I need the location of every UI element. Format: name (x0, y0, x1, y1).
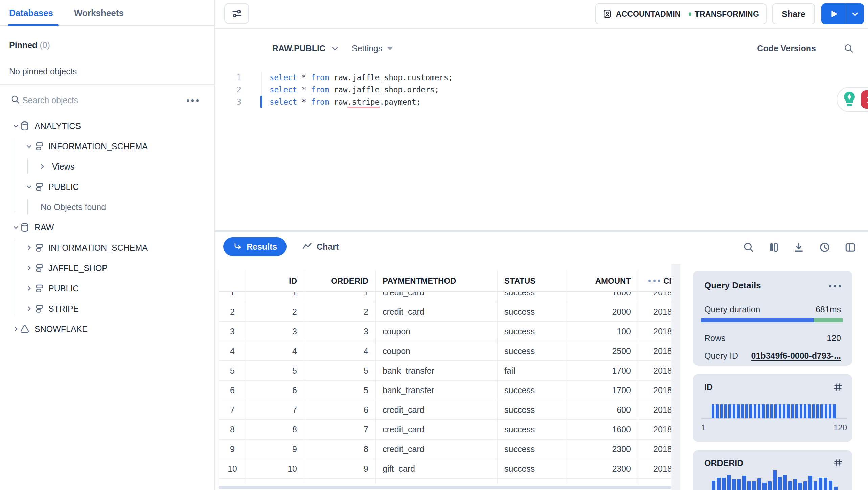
copilot-suggestion-pill[interactable]: 1 (837, 87, 868, 112)
table-cell[interactable]: 2018 (638, 322, 671, 341)
row-number[interactable]: 2 (219, 302, 246, 321)
table-cell[interactable]: 1700 (566, 361, 638, 380)
table-cell[interactable]: 7 (246, 400, 304, 419)
table-cell[interactable]: credit_card (376, 420, 498, 439)
chevron-right-icon[interactable] (25, 243, 33, 252)
chevron-down-icon[interactable] (25, 182, 33, 191)
table-cell[interactable] (304, 479, 376, 484)
row-number[interactable]: 1 (219, 292, 246, 302)
row-number[interactable]: 5 (219, 361, 246, 380)
table-cell[interactable]: 1700 (566, 381, 638, 400)
table-cell[interactable]: success (498, 459, 566, 478)
run-options-segment[interactable] (846, 3, 864, 24)
tree-item-information-schema[interactable]: INFORMATION_SCHEMA (0, 238, 214, 258)
row-number[interactable]: 3 (219, 322, 246, 341)
table-cell[interactable]: success (498, 302, 566, 321)
horizontal-scrollbar[interactable] (219, 486, 671, 489)
table-cell[interactable]: 2018 (638, 302, 671, 321)
table-cell[interactable]: 100 (566, 322, 638, 341)
table-cell[interactable]: 2018 (638, 459, 671, 478)
table-cell[interactable]: 2018 (638, 400, 671, 419)
table-cell[interactable]: 3 (304, 322, 376, 341)
table-cell[interactable]: success (498, 381, 566, 400)
chevron-down-icon[interactable] (12, 121, 20, 130)
settings-dropdown[interactable]: Settings (352, 44, 393, 53)
history-icon[interactable] (819, 241, 831, 255)
table-cell[interactable]: 2500 (566, 341, 638, 360)
column-header-AMOUNT[interactable]: AMOUNT (566, 270, 638, 291)
table-cell[interactable]: 2018 (638, 341, 671, 360)
row-number[interactable]: 9 (219, 440, 246, 459)
table-cell[interactable]: 8 (246, 420, 304, 439)
table-cell[interactable]: success (498, 292, 566, 302)
tab-chart[interactable]: Chart (302, 237, 339, 256)
table-cell[interactable]: 6 (304, 400, 376, 419)
tree-item-information-schema[interactable]: INFORMATION_SCHEMA (0, 136, 214, 156)
column-options-icon[interactable] (648, 280, 660, 282)
table-cell[interactable]: credit_card (376, 302, 498, 321)
query-id-link[interactable]: 01b349f6-0000-d793-... (751, 351, 841, 361)
table-row[interactable]: 333couponsuccess1002018 (219, 322, 671, 341)
table-cell[interactable]: 2018 (638, 361, 671, 380)
table-cell[interactable]: success (498, 341, 566, 360)
share-button[interactable]: Share (772, 3, 815, 24)
chevron-right-icon[interactable] (38, 162, 47, 171)
table-cell[interactable]: credit_card (376, 440, 498, 459)
tree-item-raw[interactable]: RAW (0, 217, 214, 238)
hash-icon[interactable] (833, 458, 843, 469)
chevron-right-icon[interactable] (25, 284, 33, 293)
split-panel-icon[interactable] (844, 241, 856, 255)
table-cell[interactable]: 5 (246, 361, 304, 380)
hash-icon[interactable] (833, 382, 843, 394)
tree-item-views[interactable]: Views (0, 156, 214, 177)
row-number[interactable]: 6 (219, 381, 246, 400)
context-selector[interactable]: ACCOUNTADMIN TRANSFORMING (595, 3, 767, 24)
table-cell[interactable]: 2000 (566, 302, 638, 321)
tree-item-public[interactable]: PUBLIC (0, 177, 214, 197)
code-line-3[interactable]: 3select * from raw.stripe.payment; (215, 96, 868, 108)
table-cell[interactable]: success (498, 322, 566, 341)
sidebar-more-icon[interactable] (187, 99, 199, 102)
table-row[interactable]: 10109gift_cardsuccess23002018 (219, 459, 671, 479)
column-header-ID[interactable]: ID (246, 270, 304, 291)
table-row[interactable]: 887credit_cardsuccess16002018 (219, 420, 671, 440)
database-context-dropdown[interactable]: RAW.PUBLIC (272, 44, 340, 53)
tree-item-snowflake[interactable]: SNOWFLAKE (0, 319, 214, 339)
row-number[interactable]: 10 (219, 459, 246, 478)
table-row[interactable]: 555bank_transferfail17002018 (219, 361, 671, 381)
table-cell[interactable]: 9 (304, 459, 376, 478)
table-cell[interactable] (566, 479, 638, 484)
tree-item-public[interactable]: PUBLIC (0, 278, 214, 298)
table-row[interactable]: 111credit_cardsuccess10002018 (219, 292, 671, 302)
code-area[interactable]: 1select * from raw.jaffle_shop.customers… (215, 71, 868, 108)
table-cell[interactable]: 4 (304, 341, 376, 360)
tree-item-jaffle-shop[interactable]: JAFFLE_SHOP (0, 258, 214, 278)
table-cell[interactable]: 5 (304, 381, 376, 400)
tree-item-analytics[interactable]: ANALYTICS (0, 116, 214, 136)
table-cell[interactable]: bank_transfer (376, 361, 498, 380)
table-cell[interactable] (638, 479, 671, 484)
table-cell[interactable] (246, 479, 304, 484)
table-cell[interactable]: 8 (304, 440, 376, 459)
filters-button[interactable] (224, 3, 249, 24)
table-cell[interactable] (376, 479, 498, 484)
column-header-STATUS[interactable]: STATUS (498, 270, 566, 291)
table-cell[interactable]: 600 (566, 400, 638, 419)
chevron-down-icon[interactable] (12, 223, 20, 232)
column-header-PAYMENTMETHOD[interactable]: PAYMENTMETHOD (376, 270, 498, 291)
run-play-segment[interactable] (821, 3, 846, 24)
sql-editor[interactable]: RAW.PUBLIC Settings Code Versions 1selec… (215, 29, 868, 230)
run-button[interactable] (821, 3, 864, 24)
table-cell[interactable]: 1 (304, 292, 376, 302)
table-row[interactable]: 444couponsuccess25002018 (219, 341, 671, 361)
row-number[interactable]: 8 (219, 420, 246, 439)
table-cell[interactable]: 6 (246, 381, 304, 400)
results-search-icon[interactable] (743, 241, 755, 255)
column-header-rownum[interactable] (219, 270, 246, 291)
search-input[interactable]: Search objects (22, 95, 78, 105)
table-row[interactable]: 776credit_cardsuccess6002018 (219, 400, 671, 420)
table-cell[interactable]: coupon (376, 322, 498, 341)
table-cell[interactable]: 2300 (566, 440, 638, 459)
table-cell[interactable]: credit_card (376, 292, 498, 302)
tab-results[interactable]: Results (223, 237, 287, 256)
